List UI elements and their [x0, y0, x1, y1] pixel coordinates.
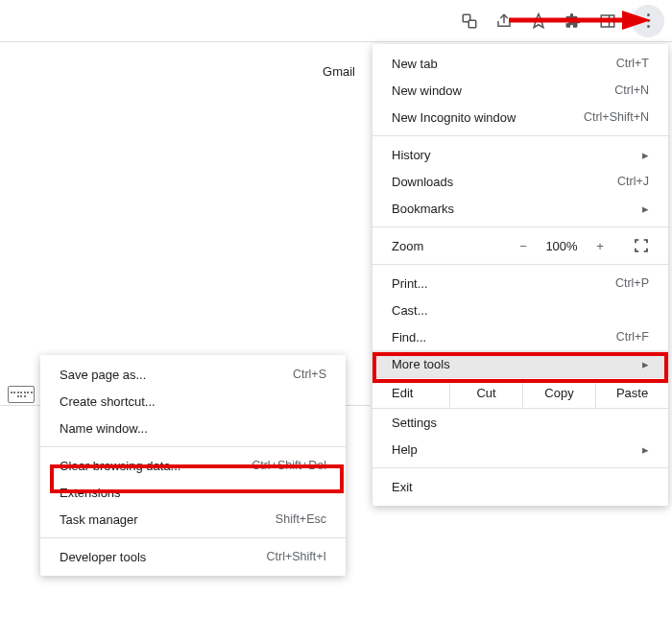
panel-icon[interactable] — [597, 11, 618, 32]
menu-cast[interactable]: Cast... — [372, 297, 668, 323]
menu-more-tools[interactable]: More tools ▸ — [372, 350, 668, 377]
menu-find[interactable]: Find... Ctrl+F — [372, 323, 668, 350]
menu-label: More tools — [392, 357, 642, 371]
star-icon[interactable] — [528, 11, 549, 32]
share-icon[interactable] — [493, 11, 515, 32]
menu-label: Find... — [392, 330, 607, 345]
menu-label: Bookmarks — [392, 202, 642, 216]
menu-label: Cast... — [392, 303, 649, 318]
submenu-task-manager[interactable]: Task manager Shift+Esc — [40, 506, 346, 533]
chevron-right-icon: ▸ — [642, 202, 649, 216]
menu-label: History — [392, 148, 642, 162]
menu-label: Clear browsing data... — [60, 459, 242, 473]
zoom-label: Zoom — [392, 239, 507, 253]
menu-shortcut: Ctrl+T — [616, 57, 649, 70]
menu-label: Exit — [392, 480, 649, 494]
chrome-main-menu: New tab Ctrl+T New window Ctrl+N New Inc… — [372, 44, 668, 506]
menu-downloads[interactable]: Downloads Ctrl+J — [372, 168, 668, 195]
submenu-extensions[interactable]: Extensions — [40, 479, 346, 506]
translate-icon[interactable] — [459, 11, 480, 32]
kebab-icon — [647, 13, 650, 28]
menu-shortcut: Ctrl+S — [293, 368, 326, 381]
menu-new-window[interactable]: New window Ctrl+N — [372, 77, 668, 104]
copy-button[interactable]: Copy — [522, 378, 595, 408]
more-tools-submenu: Save page as... Ctrl+S Create shortcut..… — [40, 355, 346, 576]
menu-separator — [40, 537, 346, 538]
menu-shortcut: Ctrl+Shift+Del — [252, 459, 326, 472]
menu-label: Print... — [392, 276, 606, 291]
menu-separator — [372, 264, 668, 265]
svg-marker-2 — [532, 13, 546, 27]
paste-button[interactable]: Paste — [595, 378, 668, 408]
fullscreen-icon[interactable] — [634, 238, 649, 253]
menu-separator — [40, 446, 346, 447]
menu-bookmarks[interactable]: Bookmarks ▸ — [372, 195, 668, 222]
browser-toolbar — [0, 0, 672, 42]
kebab-menu-button[interactable] — [632, 5, 664, 37]
menu-shortcut: Shift+Esc — [276, 512, 326, 526]
menu-label: Task manager — [60, 512, 266, 527]
menu-edit-row: Edit Cut Copy Paste — [372, 377, 668, 409]
menu-incognito[interactable]: New Incognito window Ctrl+Shift+N — [372, 104, 668, 131]
menu-shortcut: Ctrl+P — [615, 276, 649, 290]
svg-rect-3 — [601, 15, 614, 27]
menu-shortcut: Ctrl+J — [617, 175, 649, 188]
menu-label: New window — [392, 83, 605, 98]
extensions-icon[interactable] — [563, 11, 584, 32]
menu-shortcut: Ctrl+Shift+I — [266, 550, 326, 563]
menu-separator — [372, 226, 668, 227]
menu-label: New Incognito window — [392, 110, 574, 125]
menu-zoom-row: Zoom − 100% + — [372, 232, 668, 259]
gmail-link[interactable]: Gmail — [323, 64, 355, 79]
zoom-value: 100% — [540, 239, 584, 253]
svg-rect-1 — [468, 20, 476, 28]
chevron-right-icon: ▸ — [642, 357, 649, 371]
menu-label: Settings — [392, 416, 649, 430]
chevron-right-icon: ▸ — [642, 148, 649, 162]
submenu-create-shortcut[interactable]: Create shortcut... — [40, 388, 346, 415]
menu-help[interactable]: Help ▸ — [372, 436, 668, 463]
menu-separator — [372, 135, 668, 136]
submenu-developer-tools[interactable]: Developer tools Ctrl+Shift+I — [40, 543, 346, 570]
menu-print[interactable]: Print... Ctrl+P — [372, 270, 668, 297]
menu-label: Developer tools — [60, 550, 256, 564]
menu-shortcut: Ctrl+F — [616, 330, 649, 344]
menu-settings[interactable]: Settings — [372, 409, 668, 436]
submenu-clear-browsing-data[interactable]: Clear browsing data... Ctrl+Shift+Del — [40, 452, 346, 479]
menu-label: Name window... — [60, 421, 326, 436]
zoom-out-button[interactable]: − — [513, 239, 534, 253]
chevron-right-icon: ▸ — [642, 442, 649, 457]
menu-label: Save page as... — [60, 368, 283, 382]
menu-history[interactable]: History ▸ — [372, 141, 668, 168]
menu-label: Create shortcut... — [60, 394, 326, 409]
cut-button[interactable]: Cut — [449, 378, 522, 408]
submenu-name-window[interactable]: Name window... — [40, 415, 346, 441]
menu-shortcut: Ctrl+Shift+N — [584, 110, 649, 124]
zoom-in-button[interactable]: + — [589, 239, 611, 253]
submenu-save-page[interactable]: Save page as... Ctrl+S — [40, 361, 346, 388]
menu-exit[interactable]: Exit — [372, 473, 668, 500]
menu-label: New tab — [392, 57, 607, 71]
menu-separator — [372, 467, 668, 468]
menu-label: Downloads — [392, 175, 608, 189]
menu-label: Help — [392, 442, 642, 457]
menu-shortcut: Ctrl+N — [614, 83, 649, 97]
edit-label: Edit — [372, 378, 449, 408]
menu-new-tab[interactable]: New tab Ctrl+T — [372, 50, 668, 77]
keyboard-icon — [8, 386, 35, 403]
menu-label: Extensions — [60, 486, 326, 500]
